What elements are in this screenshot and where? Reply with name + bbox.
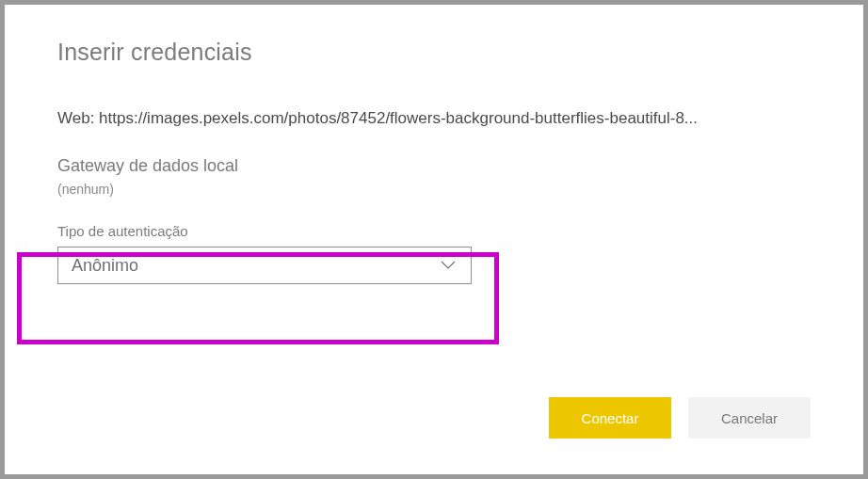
dialog-content: Web: https://images.pexels.com/photos/87… [5, 109, 863, 284]
gateway-value: (nenhum) [57, 182, 811, 197]
cancel-button[interactable]: Cancelar [688, 397, 811, 439]
connect-button[interactable]: Conectar [549, 397, 671, 439]
source-prefix: Web: [57, 109, 99, 127]
dialog-button-row: Conectar Cancelar [549, 397, 811, 439]
dialog-title: Inserir credenciais [5, 5, 863, 66]
auth-type-select[interactable]: Anônimo [57, 247, 472, 284]
auth-type-label: Tipo de autenticação [57, 223, 811, 239]
source-url: https://images.pexels.com/photos/87452/f… [99, 109, 698, 127]
auth-field-group: Tipo de autenticação Anônimo [57, 223, 811, 284]
gateway-label: Gateway de dados local [57, 156, 811, 176]
source-url-line: Web: https://images.pexels.com/photos/87… [57, 109, 811, 128]
credentials-dialog: Inserir credenciais Web: https://images.… [5, 5, 863, 474]
auth-type-select-wrap: Anônimo [57, 247, 472, 284]
